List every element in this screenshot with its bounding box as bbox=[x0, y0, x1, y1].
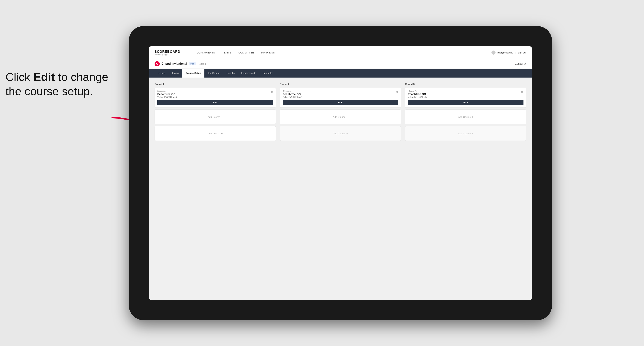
round-3-add-course-2: Add Course+ bbox=[405, 126, 526, 141]
tournament-name: Clippd Invitational bbox=[162, 62, 187, 65]
round-1-add-course-1[interactable]: Add Course+ bbox=[154, 110, 276, 124]
round-2-add-course-text-1: Add Course+ bbox=[333, 115, 348, 118]
nav-link-committee[interactable]: COMMITTEE bbox=[235, 46, 258, 59]
instruction-text: Click Edit to change the course setup. bbox=[6, 70, 112, 98]
round-2-header: Round 2 bbox=[280, 83, 401, 85]
tab-course-setup[interactable]: Course Setup bbox=[182, 69, 204, 78]
nav-links: TOURNAMENTS TEAMS COMMITTEE RANKINGS bbox=[191, 46, 492, 59]
round-3-delete-icon[interactable]: 🗑 bbox=[520, 90, 524, 94]
round-2-course-name: Peachtree GC bbox=[282, 92, 398, 96]
top-navigation: SCOREBOARD Powered by clippd TOURNAMENTS… bbox=[149, 46, 532, 59]
round-3-edit-button[interactable]: Edit bbox=[408, 100, 524, 105]
tab-leaderboards[interactable]: Leaderboards bbox=[238, 69, 259, 78]
close-icon[interactable]: ✕ bbox=[524, 62, 526, 65]
round-3-course-name: Peachtree GC bbox=[408, 92, 524, 96]
round-1-course-card: 🗑 (Course A) Peachtree GC Yellow (M) (66… bbox=[154, 88, 276, 108]
round-1-column: Round 1 🗑 (Course A) Peachtree GC Yellow… bbox=[154, 83, 276, 143]
round-3-course-details: Yellow (M) (6629 yds) bbox=[408, 96, 524, 98]
round-2-course-card: 🗑 (Course A) Peachtree GC Yellow (M) (66… bbox=[280, 88, 401, 108]
plus-icon-1: + bbox=[221, 115, 223, 118]
plus-icon-2: + bbox=[221, 132, 223, 135]
tab-teams[interactable]: Teams bbox=[168, 69, 182, 78]
nav-link-tournaments[interactable]: TOURNAMENTS bbox=[191, 46, 218, 59]
round-1-course-name: Peachtree GC bbox=[157, 92, 273, 96]
round-1-delete-icon[interactable]: 🗑 bbox=[270, 90, 274, 94]
logo-sub: Powered by clippd bbox=[154, 54, 184, 55]
round-2-delete-icon[interactable]: 🗑 bbox=[395, 90, 399, 94]
round-1-course-details: Yellow (M) (6629 yds) bbox=[157, 96, 273, 98]
tab-details[interactable]: Details bbox=[154, 69, 168, 78]
nav-right: blair@clippd.io | Sign out bbox=[492, 50, 526, 55]
round-3-header: Round 3 bbox=[405, 83, 526, 85]
rounds-grid: Round 1 🗑 (Course A) Peachtree GC Yellow… bbox=[154, 83, 526, 143]
tab-tee-groups[interactable]: Tee Groups bbox=[204, 69, 224, 78]
round-1-add-course-text-1: Add Course+ bbox=[208, 115, 223, 118]
logo-area: SCOREBOARD Powered by clippd bbox=[154, 50, 184, 55]
round-3-course-label: (Course A) bbox=[408, 90, 524, 92]
round-1-add-course-text-2: Add Course+ bbox=[208, 132, 223, 135]
tab-results[interactable]: Results bbox=[224, 69, 238, 78]
round-3-column: Round 3 🗑 (Course A) Peachtree GC Yellow… bbox=[405, 83, 526, 143]
logo-scoreboard: SCOREBOARD bbox=[154, 50, 184, 54]
round-2-course-details: Yellow (M) (6629 yds) bbox=[282, 96, 398, 98]
user-email: blair@clippd.io bbox=[497, 51, 513, 54]
cancel-area[interactable]: Cancel ✕ bbox=[515, 62, 526, 65]
round-1-header: Round 1 bbox=[154, 83, 276, 85]
round-2-add-course-text-2: Add Course+ bbox=[333, 132, 348, 135]
round-1-course-label: (Course A) bbox=[157, 90, 273, 92]
cancel-button[interactable]: Cancel bbox=[515, 62, 523, 65]
round-3-add-course-text-1: Add Course+ bbox=[458, 115, 473, 118]
tournament-bar: C Clippd Invitational Men Hosting Cancel… bbox=[149, 59, 532, 69]
round-2-edit-button[interactable]: Edit bbox=[282, 100, 398, 105]
plus-icon-5: + bbox=[472, 115, 473, 118]
tablet-device: SCOREBOARD Powered by clippd TOURNAMENTS… bbox=[129, 26, 552, 320]
sign-out-link[interactable]: Sign out bbox=[518, 51, 526, 54]
clippd-logo-icon: C bbox=[154, 61, 160, 66]
tablet-screen: SCOREBOARD Powered by clippd TOURNAMENTS… bbox=[149, 46, 532, 300]
round-2-add-course-1[interactable]: Add Course+ bbox=[280, 110, 401, 124]
tournament-hosting-label: Hosting bbox=[198, 62, 206, 65]
plus-icon-6: + bbox=[472, 132, 473, 135]
nav-link-teams[interactable]: TEAMS bbox=[218, 46, 235, 59]
round-3-course-card: 🗑 (Course A) Peachtree GC Yellow (M) (66… bbox=[405, 88, 526, 108]
nav-divider: | bbox=[515, 51, 516, 54]
round-1-edit-button[interactable]: Edit bbox=[157, 100, 273, 105]
plus-icon-3: + bbox=[346, 115, 348, 118]
round-2-course-label: (Course A) bbox=[282, 90, 398, 92]
main-content: Round 1 🗑 (Course A) Peachtree GC Yellow… bbox=[149, 78, 532, 300]
round-1-add-course-2[interactable]: Add Course+ bbox=[154, 126, 276, 141]
round-3-add-course-text-2: Add Course+ bbox=[458, 132, 473, 135]
round-2-add-course-2: Add Course+ bbox=[280, 126, 401, 141]
plus-icon-4: + bbox=[346, 132, 348, 135]
tabs-bar: Details Teams Course Setup Tee Groups Re… bbox=[149, 69, 532, 78]
round-2-column: Round 2 🗑 (Course A) Peachtree GC Yellow… bbox=[280, 83, 401, 143]
round-3-add-course-1[interactable]: Add Course+ bbox=[405, 110, 526, 124]
tab-printables[interactable]: Printables bbox=[259, 69, 276, 78]
tournament-badge: Men bbox=[189, 62, 196, 65]
nav-link-rankings[interactable]: RANKINGS bbox=[258, 46, 278, 59]
user-avatar-icon bbox=[492, 50, 496, 55]
tournament-info: C Clippd Invitational Men Hosting bbox=[154, 61, 206, 66]
